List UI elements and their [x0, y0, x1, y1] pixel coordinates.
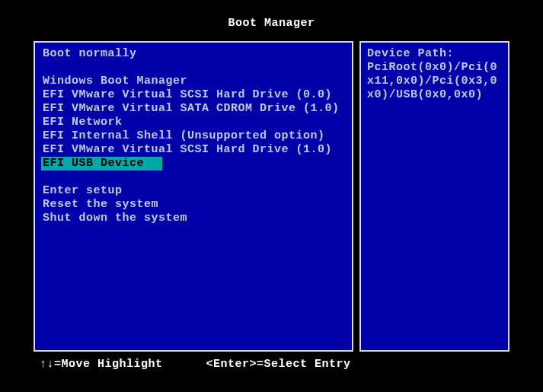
page-title: Boot Manager: [0, 0, 543, 41]
footer-hints: ↑↓=Move Highlight <Enter>=Select Entry: [0, 352, 543, 371]
hint-move-highlight: ↑↓=Move Highlight: [40, 358, 163, 371]
menu-group-1: Windows Boot Manager EFI VMware Virtual …: [41, 75, 346, 171]
menu-group-0: Boot normally: [41, 47, 346, 61]
menu-item-efi-usb-device[interactable]: EFI USB Device: [41, 157, 162, 171]
menu-item-reset-system[interactable]: Reset the system: [41, 198, 346, 212]
device-path-heading: Device Path:: [367, 47, 502, 61]
menu-item-efi-internal-shell[interactable]: EFI Internal Shell (Unsupported option): [41, 129, 346, 143]
menu-item-windows-boot-manager[interactable]: Windows Boot Manager: [41, 75, 346, 88]
menu-item-shutdown-system[interactable]: Shut down the system: [41, 212, 346, 225]
menu-group-2: Enter setup Reset the system Shut down t…: [41, 184, 346, 225]
menu-item-enter-setup[interactable]: Enter setup: [41, 184, 346, 198]
device-path-value: PciRoot(0x0)/Pci(0x11,0x0)/Pci(0x3,0x0)/…: [367, 61, 502, 102]
menu-item-efi-sata-cdrom-10[interactable]: EFI VMware Virtual SATA CDROM Drive (1.0…: [41, 102, 346, 116]
menu-item-efi-network[interactable]: EFI Network: [41, 116, 346, 129]
device-path-panel: Device Path: PciRoot(0x0)/Pci(0x11,0x0)/…: [359, 41, 509, 352]
hint-select-entry: <Enter>=Select Entry: [206, 358, 351, 371]
menu-item-efi-scsi-00[interactable]: EFI VMware Virtual SCSI Hard Drive (0.0): [41, 88, 346, 102]
panel-row: Boot normally Windows Boot Manager EFI V…: [0, 41, 543, 352]
menu-item-boot-normally[interactable]: Boot normally: [41, 47, 346, 61]
menu-item-efi-scsi-10[interactable]: EFI VMware Virtual SCSI Hard Drive (1.0): [41, 143, 346, 157]
boot-manager-screen: Boot Manager Boot normally Windows Boot …: [0, 0, 543, 392]
boot-menu-panel: Boot normally Windows Boot Manager EFI V…: [34, 41, 353, 352]
